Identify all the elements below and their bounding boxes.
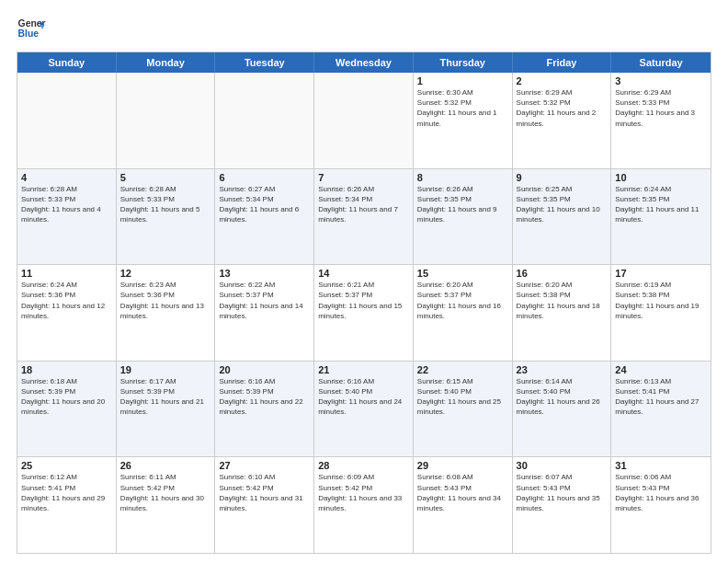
day-info: Sunrise: 6:28 AMSunset: 5:33 PMDaylight:… (21, 184, 112, 225)
calendar-week: 11Sunrise: 6:24 AMSunset: 5:36 PMDayligh… (17, 265, 711, 362)
svg-text:Blue: Blue (18, 29, 40, 39)
calendar-body: 1Sunrise: 6:30 AMSunset: 5:32 PMDaylight… (17, 73, 711, 554)
day-number: 22 (417, 364, 508, 375)
calendar-cell: 5Sunrise: 6:28 AMSunset: 5:33 PMDaylight… (117, 169, 216, 265)
day-info: Sunrise: 6:07 AMSunset: 5:43 PMDaylight:… (517, 472, 608, 513)
calendar-header-cell: Friday (513, 52, 612, 73)
day-info: Sunrise: 6:15 AMSunset: 5:40 PMDaylight:… (417, 376, 508, 418)
day-info: Sunrise: 6:06 AMSunset: 5:43 PMDaylight:… (615, 472, 707, 513)
calendar-cell: 3Sunrise: 6:29 AMSunset: 5:33 PMDaylight… (611, 73, 711, 168)
calendar-cell: 21Sunrise: 6:16 AMSunset: 5:40 PMDayligh… (314, 362, 414, 457)
day-number: 10 (615, 172, 707, 183)
day-number: 8 (417, 172, 508, 183)
day-number: 6 (219, 172, 310, 183)
calendar-cell: 20Sunrise: 6:16 AMSunset: 5:39 PMDayligh… (215, 362, 314, 457)
day-info: Sunrise: 6:25 AMSunset: 5:35 PMDaylight:… (517, 184, 608, 225)
day-info: Sunrise: 6:08 AMSunset: 5:43 PMDaylight:… (417, 472, 508, 513)
day-number: 29 (417, 460, 508, 471)
calendar-cell: 27Sunrise: 6:10 AMSunset: 5:42 PMDayligh… (215, 457, 314, 553)
header: General Blue (17, 15, 711, 44)
calendar-header-cell: Sunday (17, 52, 117, 73)
day-info: Sunrise: 6:24 AMSunset: 5:36 PMDaylight:… (21, 280, 112, 321)
calendar-cell: 4Sunrise: 6:28 AMSunset: 5:33 PMDaylight… (17, 169, 117, 265)
day-number: 2 (517, 75, 608, 86)
day-info: Sunrise: 6:29 AMSunset: 5:33 PMDaylight:… (615, 87, 707, 129)
calendar: SundayMondayTuesdayWednesdayThursdayFrid… (17, 52, 711, 554)
day-number: 18 (21, 364, 112, 375)
day-number: 17 (615, 268, 707, 279)
calendar-week: 25Sunrise: 6:12 AMSunset: 5:41 PMDayligh… (17, 457, 711, 554)
calendar-header-cell: Wednesday (314, 52, 414, 73)
day-info: Sunrise: 6:24 AMSunset: 5:35 PMDaylight:… (615, 184, 707, 225)
day-number: 9 (517, 172, 608, 183)
day-number: 24 (615, 364, 707, 375)
calendar-header-cell: Monday (117, 52, 216, 73)
calendar-cell: 23Sunrise: 6:14 AMSunset: 5:40 PMDayligh… (513, 362, 612, 457)
day-info: Sunrise: 6:20 AMSunset: 5:38 PMDaylight:… (517, 280, 608, 321)
day-number: 27 (219, 460, 310, 471)
day-number: 14 (318, 268, 409, 279)
calendar-week: 18Sunrise: 6:18 AMSunset: 5:39 PMDayligh… (17, 362, 711, 458)
day-number: 5 (120, 172, 211, 183)
day-info: Sunrise: 6:26 AMSunset: 5:35 PMDaylight:… (417, 184, 508, 225)
logo: General Blue (17, 15, 46, 44)
day-info: Sunrise: 6:09 AMSunset: 5:42 PMDaylight:… (318, 472, 409, 513)
day-number: 12 (120, 268, 211, 279)
day-info: Sunrise: 6:12 AMSunset: 5:41 PMDaylight:… (21, 472, 112, 513)
day-number: 19 (120, 364, 211, 375)
day-info: Sunrise: 6:16 AMSunset: 5:40 PMDaylight:… (318, 376, 409, 418)
calendar-cell: 8Sunrise: 6:26 AMSunset: 5:35 PMDaylight… (414, 169, 513, 265)
calendar-cell: 16Sunrise: 6:20 AMSunset: 5:38 PMDayligh… (513, 265, 612, 361)
calendar-cell: 19Sunrise: 6:17 AMSunset: 5:39 PMDayligh… (117, 362, 216, 457)
calendar-cell (117, 73, 216, 168)
day-number: 31 (615, 460, 707, 471)
day-info: Sunrise: 6:20 AMSunset: 5:37 PMDaylight:… (417, 280, 508, 321)
calendar-cell: 9Sunrise: 6:25 AMSunset: 5:35 PMDaylight… (513, 169, 612, 265)
day-number: 1 (417, 75, 508, 86)
day-info: Sunrise: 6:28 AMSunset: 5:33 PMDaylight:… (120, 184, 211, 225)
calendar-cell: 14Sunrise: 6:21 AMSunset: 5:37 PMDayligh… (314, 265, 414, 361)
calendar-cell: 29Sunrise: 6:08 AMSunset: 5:43 PMDayligh… (414, 457, 513, 553)
day-info: Sunrise: 6:19 AMSunset: 5:38 PMDaylight:… (615, 280, 707, 321)
calendar-week: 1Sunrise: 6:30 AMSunset: 5:32 PMDaylight… (17, 73, 711, 169)
day-info: Sunrise: 6:29 AMSunset: 5:32 PMDaylight:… (517, 87, 608, 129)
calendar-week: 4Sunrise: 6:28 AMSunset: 5:33 PMDaylight… (17, 169, 711, 266)
calendar-cell: 15Sunrise: 6:20 AMSunset: 5:37 PMDayligh… (414, 265, 513, 361)
calendar-cell: 28Sunrise: 6:09 AMSunset: 5:42 PMDayligh… (314, 457, 414, 553)
day-info: Sunrise: 6:16 AMSunset: 5:39 PMDaylight:… (219, 376, 310, 418)
day-number: 13 (219, 268, 310, 279)
calendar-cell: 13Sunrise: 6:22 AMSunset: 5:37 PMDayligh… (215, 265, 314, 361)
calendar-cell: 10Sunrise: 6:24 AMSunset: 5:35 PMDayligh… (611, 169, 711, 265)
day-number: 25 (21, 460, 112, 471)
calendar-header: SundayMondayTuesdayWednesdayThursdayFrid… (17, 52, 711, 73)
page: General Blue SundayMondayTuesdayWednesda… (0, 0, 728, 563)
day-number: 23 (517, 364, 608, 375)
day-number: 16 (517, 268, 608, 279)
day-info: Sunrise: 6:10 AMSunset: 5:42 PMDaylight:… (219, 472, 310, 513)
day-info: Sunrise: 6:21 AMSunset: 5:37 PMDaylight:… (318, 280, 409, 321)
calendar-cell (215, 73, 314, 168)
logo-icon: General Blue (17, 15, 46, 44)
calendar-cell: 6Sunrise: 6:27 AMSunset: 5:34 PMDaylight… (215, 169, 314, 265)
day-number: 4 (21, 172, 112, 183)
day-info: Sunrise: 6:23 AMSunset: 5:36 PMDaylight:… (120, 280, 211, 321)
calendar-cell: 11Sunrise: 6:24 AMSunset: 5:36 PMDayligh… (17, 265, 117, 361)
calendar-cell: 22Sunrise: 6:15 AMSunset: 5:40 PMDayligh… (414, 362, 513, 457)
calendar-cell: 12Sunrise: 6:23 AMSunset: 5:36 PMDayligh… (117, 265, 216, 361)
calendar-cell: 1Sunrise: 6:30 AMSunset: 5:32 PMDaylight… (414, 73, 513, 168)
calendar-header-cell: Saturday (611, 52, 711, 73)
calendar-cell: 26Sunrise: 6:11 AMSunset: 5:42 PMDayligh… (117, 457, 216, 553)
calendar-cell: 2Sunrise: 6:29 AMSunset: 5:32 PMDaylight… (513, 73, 612, 168)
calendar-cell: 24Sunrise: 6:13 AMSunset: 5:41 PMDayligh… (611, 362, 711, 457)
day-info: Sunrise: 6:27 AMSunset: 5:34 PMDaylight:… (219, 184, 310, 225)
day-number: 21 (318, 364, 409, 375)
calendar-cell (17, 73, 117, 168)
day-number: 20 (219, 364, 310, 375)
day-info: Sunrise: 6:13 AMSunset: 5:41 PMDaylight:… (615, 376, 707, 418)
day-info: Sunrise: 6:30 AMSunset: 5:32 PMDaylight:… (417, 87, 508, 129)
calendar-cell (314, 73, 414, 168)
day-number: 11 (21, 268, 112, 279)
day-info: Sunrise: 6:11 AMSunset: 5:42 PMDaylight:… (120, 472, 211, 513)
calendar-header-cell: Tuesday (215, 52, 314, 73)
day-info: Sunrise: 6:18 AMSunset: 5:39 PMDaylight:… (21, 376, 112, 418)
